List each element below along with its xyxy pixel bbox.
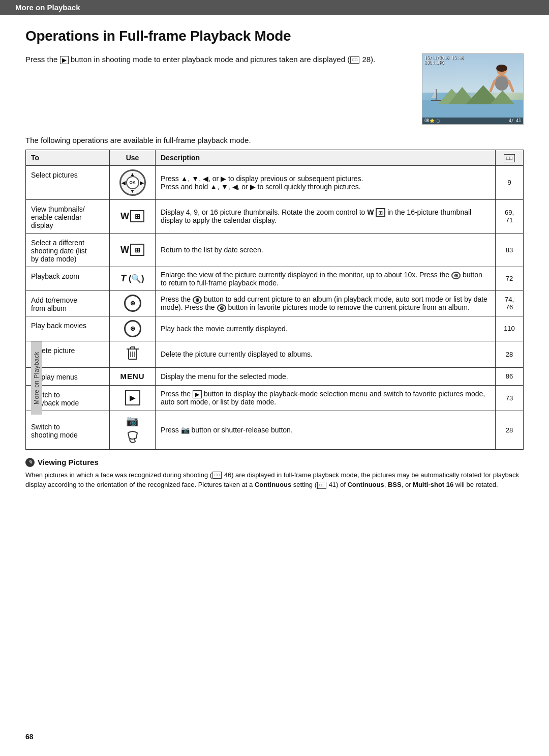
table-row: Play back movies ⊛ Play back the movie c… [26, 316, 524, 341]
row-use: MENU [110, 367, 156, 385]
svg-point-5 [496, 65, 507, 72]
row-description: Delete the picture currently displayed t… [156, 341, 496, 367]
col-header-description: Description [156, 150, 496, 166]
row-to: Select pictures [26, 165, 110, 199]
row-to: Playback zoom [26, 267, 110, 290]
svg-marker-11 [431, 90, 436, 98]
row-to: Select a differentshooting date (listby … [26, 233, 110, 267]
intro-text: Press the ▶ button in shooting mode to e… [25, 53, 407, 66]
row-ref: 83 [496, 233, 524, 267]
row-to: Play back movies [26, 316, 110, 341]
note-section: ✎ Viewing Pictures When pictures in whic… [25, 458, 524, 490]
book-icon: □□ [350, 56, 359, 64]
row-use [110, 341, 156, 367]
row-ref: 28 [496, 411, 524, 449]
w-bracket-icon-2: W ⊞ [120, 244, 144, 256]
camera-preview-image: 15/11/2010 15:30 0004.JPG OK⭐ □ 4/ 41 [422, 53, 524, 125]
row-use: ⊛ [110, 316, 156, 341]
shutter-icon [115, 429, 150, 446]
row-ref: 28 [496, 341, 524, 367]
table-intro-text: The following operations are available i… [25, 136, 524, 144]
row-use: ⊛ [110, 290, 156, 316]
t-q-icon: T [120, 273, 126, 283]
row-use: ▶ [110, 385, 156, 411]
menu-text-icon: MENU [120, 372, 144, 381]
sidebar-label: More on Playback [31, 341, 42, 415]
trash-icon [115, 345, 150, 364]
note-text: When pictures in which a face was recogn… [25, 470, 524, 490]
row-ref: 69, 71 [496, 199, 524, 233]
intro-section: Press the ▶ button in shooting mode to e… [25, 53, 524, 125]
row-ref: 110 [496, 316, 524, 341]
row-description: Display the menu for the selected mode. [156, 367, 496, 385]
col-header-use: Use [110, 150, 156, 166]
row-use: W ⊞ [110, 233, 156, 267]
col-header-to: To [26, 150, 110, 166]
section-header: More on Playback [0, 0, 549, 15]
row-description: Press the ⊛ button to add current pictur… [156, 290, 496, 316]
row-use: W ⊞ [110, 199, 156, 233]
row-ref: 72 [496, 267, 524, 290]
row-description: Press 📷 button or shutter-release button… [156, 411, 496, 449]
row-ref: 9 [496, 165, 524, 199]
table-row: View thumbnails/enable calendardisplay W… [26, 199, 524, 233]
page-title: Operations in Full-frame Playback Mode [25, 28, 524, 44]
row-use: T (🔍) [110, 267, 156, 290]
ok-circle-icon-2: ⊛ [124, 320, 141, 337]
row-description: Press ▲, ▼, ◀, or ▶ to display previous … [156, 165, 496, 199]
row-ref: 74, 76 [496, 290, 524, 316]
row-ref: 86 [496, 367, 524, 385]
ok-circle-icon: ⊛ [124, 295, 141, 312]
preview-date: 15/11/2010 15:30 [424, 56, 464, 61]
table-row: Select a differentshooting date (listby … [26, 233, 524, 267]
row-use: 📷 [110, 411, 156, 428]
row-description: Press the ▶ button to display the playba… [156, 385, 496, 411]
row-description: Enlarge the view of the picture currentl… [156, 267, 496, 290]
row-ref: 73 [496, 385, 524, 411]
table-row: Switch toshooting mode 📷 Press 📷 button … [26, 411, 524, 428]
row-use: ▲ ▼ ◀ ▶ OK [110, 165, 156, 199]
svg-line-9 [509, 81, 513, 91]
row-description: Display 4, 9, or 16 picture thumbnails. … [156, 199, 496, 233]
col-header-ref: □□ [496, 150, 524, 166]
camera-icon: 📷 [126, 415, 139, 426]
w-bracket-icon: W ⊞ [120, 210, 144, 222]
preview-counter: 4/ 41 [509, 119, 521, 123]
row-description: Play back the movie currently displayed. [156, 316, 496, 341]
note-title: Viewing Pictures [38, 458, 99, 467]
table-row: Add to/removefrom album ⊛ Press the ⊛ bu… [26, 290, 524, 316]
row-to: View thumbnails/enable calendardisplay [26, 199, 110, 233]
svg-line-8 [491, 81, 495, 91]
preview-filename: 0004.JPG [424, 61, 464, 65]
preview-icons: OK⭐ □ [424, 119, 439, 123]
table-row: Delete picture [26, 341, 524, 367]
operations-table: To Use Description □□ Select pictures ▲ … [25, 150, 524, 450]
table-row: Playback zoom T (🔍) Enlarge the view of … [26, 267, 524, 290]
magnify-icon: (🔍) [129, 274, 144, 283]
table-row: Display menus MENU Display the menu for … [26, 367, 524, 385]
selector-ok-icon: ▲ ▼ ◀ ▶ OK [119, 169, 146, 196]
page-number: 68 [25, 733, 34, 741]
row-to: Add to/removefrom album [26, 290, 110, 316]
table-row: Select pictures ▲ ▼ ◀ ▶ OK Press ▲, ▼, ◀… [26, 165, 524, 199]
table-row: Switch toplayback mode ▶ Press the ▶ but… [26, 385, 524, 411]
row-description: Return to the list by date screen. [156, 233, 496, 267]
play-button-icon: ▶ [125, 390, 140, 405]
row-use-2 [110, 428, 156, 450]
row-to: Switch toshooting mode [26, 411, 110, 449]
svg-point-7 [495, 76, 508, 91]
note-icon: ✎ [25, 458, 35, 467]
